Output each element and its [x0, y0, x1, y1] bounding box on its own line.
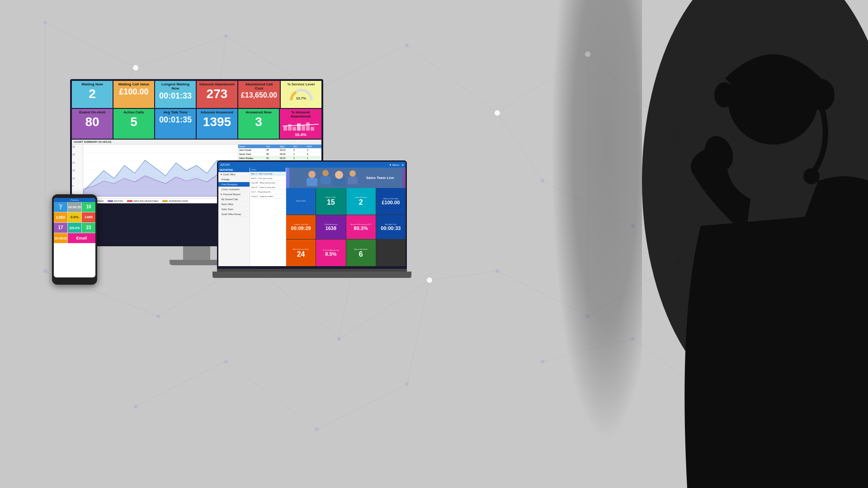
sidebar-item-9: South Office Recep.	[218, 212, 250, 217]
svg-rect-84	[288, 124, 292, 131]
laptop-screen: AKIXI ▼ Menu ⚙ REPORTING ▼ South Office …	[217, 160, 407, 269]
sidebar-item-7: North Office	[218, 202, 250, 207]
svg-text:Sales Team Live: Sales Team Live	[366, 176, 394, 180]
tile-pct-inbound-abandoned: % Inbound Abandoned	[280, 109, 321, 139]
laptop-sidebar: REPORTING ▼ South Office Prestige Front …	[218, 168, 250, 266]
tile-inbound-answered: Inbound Answered 1395	[197, 109, 237, 139]
lstat-longest-chat: Longest Chat Now 00:09:29	[286, 215, 316, 239]
phone-tile-val3: 1485	[82, 212, 95, 222]
sidebar-item-6: My Shared Calls	[218, 197, 250, 202]
app-logo: AKIXI	[220, 163, 230, 167]
sidebar-item-4: Comm. Assistants	[218, 187, 250, 192]
tile-inbound-abandoned: Inbound Abandoned 273	[197, 81, 237, 108]
phone-body: Reporting Waiting 7 00:00:25 10	[52, 194, 97, 285]
lstat-active-chats: Active Chats 15	[316, 188, 345, 215]
chat-item-5[interactable]: Eve T. - Requesting info...	[250, 190, 286, 194]
phone-tile-time1: 00:00:25	[68, 202, 81, 212]
svg-rect-98	[307, 178, 317, 186]
tile-ended-onhold: Ended On-Hold 80	[72, 109, 113, 139]
tile-abandoned-cost: Abandoned Call Cost £13,650.00	[238, 81, 280, 108]
laptop: AKIXI ▼ Menu ⚙ REPORTING ▼ South Office …	[208, 160, 416, 296]
lstat-agents-available: Agents Available 6	[346, 239, 376, 266]
phone-tile-pct2: 100.0%	[68, 223, 81, 233]
tile-longest-waiting: Longest Waiting Now 00:01:33	[155, 81, 196, 108]
lstat-avg-wait: Avg Wait Time 00:00:33	[376, 215, 406, 239]
laptop-content: Chats Alice J. - Hello I need help... Bo…	[250, 168, 406, 266]
sidebar-item-3[interactable]: Front Reception	[218, 182, 250, 187]
chat-item-3[interactable]: Carol M. - When will my order...	[250, 181, 286, 185]
phone-tile-pct1: 0.0%	[68, 212, 81, 222]
svg-point-101	[335, 171, 343, 179]
sidebar-item-2: Prestige	[218, 177, 250, 182]
tile-answered-now: Answered Now 3	[238, 109, 279, 139]
svg-rect-87	[302, 125, 305, 131]
laptop-main-content: Sales Team Live Sales Chats	[286, 168, 406, 266]
tile-active-calls: Active Calls 5	[113, 109, 154, 139]
laptop-base	[212, 272, 411, 278]
sidebar-item-1: ▼ South Office	[218, 172, 250, 177]
lstat-sales-chats: Sales Chats	[286, 188, 316, 215]
phone-tile-val1: 10	[82, 202, 95, 212]
chat-item-2[interactable]: Bob S. - Can I get a quote...	[250, 176, 286, 181]
svg-rect-104	[348, 177, 358, 184]
phone-tile-val2: £350	[54, 212, 67, 222]
sidebar-item-8: Sales Team	[218, 207, 250, 212]
svg-point-97	[308, 171, 316, 178]
tile-waiting-call-value: Waiting Call Value £100.00	[113, 81, 154, 108]
chat-item-6[interactable]: Frank G. - Support needed...	[250, 194, 286, 199]
svg-rect-85	[292, 127, 296, 131]
svg-text:13.7%: 13.7%	[296, 96, 306, 100]
lstat-max-queuing: Max Queuing Chats 24	[286, 239, 316, 266]
chart-title: CHART SUMMARY (% HOLD)	[72, 140, 321, 145]
svg-point-103	[349, 170, 356, 177]
laptop-chat-list: Chats Alice J. - Hello I need help... Bo…	[250, 168, 286, 266]
phone-tile-val5: 23	[82, 223, 95, 233]
tile-service-level: % Service Level 13.7%	[281, 81, 321, 108]
mobile-phone: Reporting Waiting 7 00:00:25 10	[52, 194, 97, 285]
chat-item-1[interactable]: Alice J. - Hello I need help...	[250, 172, 286, 176]
chat-item-4[interactable]: Dave P. - I have an issue with...	[250, 185, 286, 190]
laptop-stats-grid: Sales Chats Active Chats 15 Chats Queuin…	[286, 188, 406, 266]
lstat-chats-queuing: Chats Queuing 2	[346, 188, 376, 215]
monitor-stand	[183, 246, 210, 260]
lstat-pct-abandoned: % Chats Abandoned 8.5%	[316, 239, 345, 266]
lstat-chats-answered: Chats Answered 1638	[316, 215, 345, 239]
svg-rect-83	[283, 126, 287, 131]
laptop-body: REPORTING ▼ South Office Prestige Front …	[218, 168, 406, 266]
svg-rect-88	[306, 122, 310, 131]
lstat-answer-perf: Answer Performance KPI 80.3%	[346, 215, 376, 239]
phone-stats-grid: Waiting 7 00:00:25 10 £350 0.0%	[54, 202, 95, 243]
svg-rect-86	[297, 123, 301, 131]
svg-rect-100	[321, 176, 330, 184]
laptop-content-top: Chats Alice J. - Hello I need help... Bo…	[250, 168, 406, 266]
chat-preview-image: Sales Team Live	[286, 168, 406, 188]
phone-tile-waiting: Waiting 7	[54, 202, 67, 212]
svg-rect-89	[311, 127, 314, 131]
laptop-header: AKIXI ▼ Menu ⚙	[218, 162, 406, 168]
tile-avg-talk-time: Avg Talk Time 00:01:35	[155, 109, 196, 139]
phone-app-header: Reporting	[54, 198, 95, 202]
phone-tile-time2: 16:45/15	[54, 233, 67, 243]
svg-point-99	[322, 170, 329, 176]
svg-rect-102	[333, 179, 345, 186]
phone-tile-val4: 17	[54, 223, 67, 233]
header-menu: ▼ Menu ⚙	[389, 163, 404, 166]
tile-waiting-now: Waiting Now 2	[72, 81, 113, 108]
phone-tile-email: Email	[68, 233, 95, 243]
sidebar-item-5: ▼ Personal Reports	[218, 192, 250, 197]
phone-screen: Reporting Waiting 7 00:00:25 10	[54, 198, 95, 277]
lstat-waiting-chat-value: Waiting Chat Value £100.00	[376, 188, 406, 215]
